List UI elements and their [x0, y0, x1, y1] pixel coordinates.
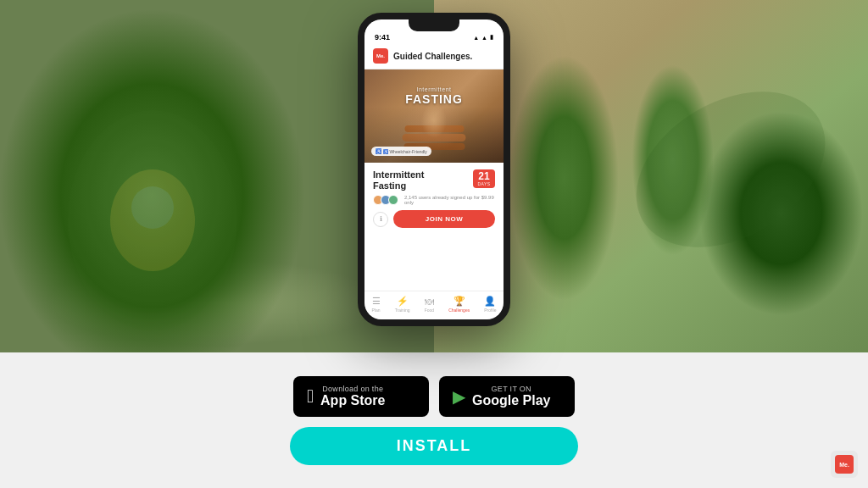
avatar-3 [388, 195, 398, 205]
challenge-label: Intermittent FASTING [405, 86, 463, 106]
days-label: DAYS [477, 181, 491, 186]
join-row: ℹ JOIN NOW [373, 210, 495, 228]
profile-icon: 👤 [484, 296, 496, 307]
phone-screen: 9:41 ▲ ▲ ▮ Me. Guided Challenges. [364, 19, 504, 319]
phone-body: 9:41 ▲ ▲ ▮ Me. Guided Challenges. [358, 13, 510, 326]
status-time: 9:41 [375, 33, 390, 42]
challenge-name: Intermittent Fasting [373, 169, 425, 191]
nav-plan[interactable]: ☰ Plan [372, 296, 381, 313]
app-store-button[interactable]:  Download on the App Store [293, 376, 429, 417]
status-icons: ▲ ▲ ▮ [473, 34, 493, 41]
challenge-big-label: FASTING [405, 92, 463, 106]
google-play-top-text: GET IT ON [472, 385, 550, 393]
google-play-button[interactable]: ▶ GET IT ON Google Play [439, 376, 575, 417]
users-text: 2,145 users already signed up for $9.99 … [404, 195, 495, 205]
signal-icon: ▲ [473, 35, 479, 41]
app-logo: Me. [373, 48, 388, 64]
user-info: 2,145 users already signed up for $9.99 … [373, 195, 495, 205]
google-play-icon: ▶ [453, 386, 465, 407]
plan-label: Plan [372, 308, 381, 313]
app-store-text: Download on the App Store [320, 385, 385, 408]
user-avatars [373, 195, 396, 205]
days-number: 21 [477, 171, 491, 181]
watermark-logo: Me. [835, 455, 854, 474]
food-icon: 🍽 [425, 297, 434, 307]
battery-icon: ▮ [490, 34, 493, 41]
google-play-main-text: Google Play [472, 393, 550, 408]
training-icon: ⚡ [397, 296, 409, 307]
join-now-button[interactable]: JOIN NOW [393, 210, 495, 228]
nav-profile[interactable]: 👤 Profile [484, 296, 496, 313]
svg-point-3 [609, 60, 853, 280]
days-badge: 21 DAYS [473, 169, 495, 188]
wheelchair-badge: ♿ ♿ Wheelchair-Friendly [371, 147, 431, 156]
app-store-top-text: Download on the [320, 385, 385, 393]
bottom-section:  Download on the App Store ▶ GET IT ON … [0, 352, 868, 488]
challenges-label: Challenges [448, 308, 470, 313]
apple-icon:  [307, 385, 314, 408]
phone-nav: ☰ Plan ⚡ Training 🍽 Food 🏆 Challenges 👤 [364, 291, 504, 319]
nav-challenges[interactable]: 🏆 Challenges [448, 296, 470, 313]
food-label: Food [425, 308, 434, 313]
watermark: Me. [831, 451, 858, 478]
training-label: Training [395, 308, 410, 313]
phone-notch [409, 19, 459, 31]
wifi-icon: ▲ [481, 35, 487, 41]
install-button[interactable]: INSTALL [290, 427, 578, 465]
challenge-header-row: Intermittent Fasting 21 DAYS [373, 169, 495, 191]
svg-point-2 [131, 186, 174, 229]
phone-container: 9:41 ▲ ▲ ▮ Me. Guided Challenges. [358, 13, 510, 326]
challenge-info: Intermittent Fasting 21 DAYS 2,145 users [364, 163, 504, 291]
challenge-image: Intermittent FASTING ♿ ♿ Wheelchair-Frie… [364, 69, 504, 163]
nav-training[interactable]: ⚡ Training [395, 296, 410, 313]
google-play-text: GET IT ON Google Play [472, 385, 550, 408]
app-title: Guided Challenges. [393, 52, 472, 61]
plan-icon: ☰ [372, 296, 381, 307]
profile-label: Profile [484, 308, 496, 313]
store-buttons:  Download on the App Store ▶ GET IT ON … [293, 376, 575, 417]
challenges-icon: 🏆 [453, 296, 465, 307]
info-icon[interactable]: ℹ [373, 212, 388, 227]
app-store-main-text: App Store [320, 393, 385, 408]
nav-food[interactable]: 🍽 Food [425, 297, 434, 313]
challenge-small-label: Intermittent [405, 86, 463, 92]
app-header: Me. Guided Challenges. [364, 45, 504, 69]
